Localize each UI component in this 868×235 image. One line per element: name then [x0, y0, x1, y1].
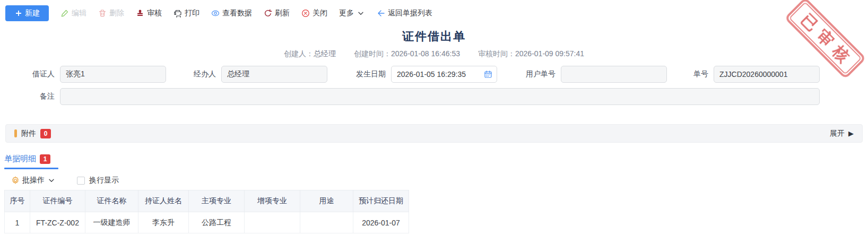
form-row-2: 备注 — [0, 88, 868, 105]
user-doc-no-input[interactable] — [561, 66, 667, 83]
remark-label: 备注 — [29, 92, 55, 101]
batch-operation-button[interactable]: 批操作 — [11, 176, 56, 185]
audited-time-value: 2026-01-09 09:57:41 — [515, 49, 584, 58]
new-button[interactable]: 新建 — [5, 5, 49, 21]
eye-icon — [211, 9, 220, 18]
attachment-header: 附件 0 — [14, 129, 51, 138]
col-header-seq: 序号 — [5, 190, 30, 212]
created-time-info: 创建时间：2026-01-08 16:46:53 — [354, 49, 460, 59]
col-header-cert-no: 证件编号 — [30, 190, 85, 212]
section-marker-icon — [14, 129, 17, 137]
cell-cert-name: 一级建造师 — [85, 212, 138, 233]
toolbar: 新建 编辑 删除 审核 打印 查看数据 刷新 关闭 — [0, 0, 868, 22]
batch-operation-label: 批操作 — [22, 176, 45, 185]
cell-extra-major — [245, 212, 300, 233]
created-time-value: 2026-01-08 16:46:53 — [391, 49, 460, 58]
remark-input[interactable] — [60, 88, 820, 105]
occur-date-input[interactable] — [391, 66, 497, 83]
page-title: 证件借出单 — [0, 29, 868, 45]
chevron-down-icon — [357, 9, 365, 18]
audit-button[interactable]: 审核 — [136, 8, 162, 18]
refresh-button[interactable]: 刷新 — [264, 8, 290, 18]
col-header-cert-name: 证件名称 — [85, 190, 138, 212]
back-to-list-button[interactable]: 返回单据列表 — [377, 8, 432, 18]
close-circle-icon — [301, 9, 310, 18]
audit-button-label: 审核 — [147, 8, 162, 18]
refresh-icon — [264, 9, 272, 18]
borrower-input[interactable] — [60, 66, 166, 83]
chevron-down-icon — [47, 176, 56, 185]
attachment-bar[interactable]: 附件 0 展开 ▶ — [5, 124, 863, 143]
audited-time-info: 审核时间：2026-01-09 09:57:41 — [478, 49, 584, 59]
delete-button[interactable]: 删除 — [98, 8, 124, 18]
active-tab-underline — [4, 168, 58, 169]
creator-value: 总经理 — [314, 49, 336, 58]
gear-icon — [11, 176, 20, 185]
user-doc-no-field-group: 用户单号 — [522, 66, 667, 83]
handler-field-group: 经办人 — [190, 66, 327, 83]
close-button[interactable]: 关闭 — [301, 8, 327, 18]
certificate-lending-page: 新建 编辑 删除 审核 打印 查看数据 刷新 关闭 — [0, 0, 868, 235]
doc-no-input[interactable] — [714, 66, 820, 83]
doc-no-label: 单号 — [691, 69, 708, 79]
cell-seq: 1 — [5, 212, 30, 233]
wrap-display-checkbox[interactable] — [77, 177, 85, 185]
occur-date-field-group: 发生日期 — [352, 66, 497, 83]
view-data-button-label: 查看数据 — [222, 8, 252, 18]
expand-toggle[interactable]: 展开 ▶ — [830, 129, 854, 138]
document-form: 借证人 经办人 发生日期 用户单号 单号 — [0, 66, 868, 105]
borrower-label: 借证人 — [29, 69, 55, 79]
occur-date-label: 发生日期 — [352, 69, 386, 79]
printer-icon — [173, 9, 182, 18]
cell-major: 公路工程 — [189, 212, 245, 233]
doc-meta: 创建人：总经理 创建时间：2026-01-08 16:46:53 审核时间：20… — [0, 49, 868, 59]
trash-icon — [98, 9, 107, 18]
occur-date-wrap — [391, 66, 497, 83]
col-header-holder: 持证人姓名 — [138, 190, 189, 212]
table-row[interactable]: 1 FT-ZC-Z-002 一级建造师 李东升 公路工程 2026-01-07 — [5, 212, 409, 233]
form-row-1: 借证人 经办人 发生日期 用户单号 单号 — [0, 66, 868, 83]
creator-info: 创建人：总经理 — [284, 49, 336, 59]
edit-button-label: 编辑 — [72, 8, 86, 18]
doc-no-field-group: 单号 — [691, 66, 820, 83]
calendar-icon[interactable] — [484, 70, 492, 79]
created-time-label: 创建时间： — [354, 49, 391, 58]
expand-label: 展开 — [830, 129, 845, 138]
cell-return-date: 2026-01-07 — [353, 212, 409, 233]
print-button[interactable]: 打印 — [173, 8, 199, 18]
batch-operation-row: 批操作 换行显示 — [0, 176, 868, 185]
edit-button[interactable]: 编辑 — [60, 8, 86, 18]
col-header-extra-major: 增项专业 — [245, 190, 300, 212]
table-header-row: 序号 证件编号 证件名称 持证人姓名 主项专业 增项专业 用途 预计归还日期 — [5, 190, 409, 212]
col-header-return-date: 预计归还日期 — [353, 190, 409, 212]
expand-triangle-icon: ▶ — [848, 129, 854, 137]
wrap-display-toggle[interactable]: 换行显示 — [77, 176, 119, 185]
attachment-count-badge: 0 — [40, 129, 51, 138]
borrower-field-group: 借证人 — [29, 66, 166, 83]
user-doc-no-label: 用户单号 — [522, 69, 555, 79]
tab-document-detail[interactable]: 单据明细 1 — [4, 154, 50, 164]
pencil-icon — [60, 9, 69, 18]
cell-cert-no: FT-ZC-Z-002 — [30, 212, 85, 233]
back-to-list-button-label: 返回单据列表 — [388, 8, 432, 18]
detail-count-badge: 1 — [40, 154, 50, 164]
stamp-icon — [136, 9, 144, 18]
new-button-label: 新建 — [25, 8, 40, 18]
col-header-purpose: 用途 — [300, 190, 353, 212]
more-button[interactable]: 更多 — [339, 8, 365, 18]
wrap-display-label: 换行显示 — [89, 176, 119, 185]
cell-holder: 李东升 — [138, 212, 189, 233]
handler-label: 经办人 — [190, 69, 216, 79]
col-header-major: 主项专业 — [189, 190, 245, 212]
delete-button-label: 删除 — [109, 8, 124, 18]
detail-table: 序号 证件编号 证件名称 持证人姓名 主项专业 增项专业 用途 预计归还日期 1… — [4, 190, 409, 233]
print-button-label: 打印 — [185, 8, 199, 18]
creator-label: 创建人： — [284, 49, 314, 58]
arrow-left-icon — [377, 9, 385, 18]
more-button-label: 更多 — [339, 8, 354, 18]
view-data-button[interactable]: 查看数据 — [211, 8, 252, 18]
close-button-label: 关闭 — [313, 8, 327, 18]
detail-tab-row: 单据明细 1 — [0, 154, 868, 169]
attachment-label: 附件 — [21, 129, 36, 138]
handler-input[interactable] — [221, 66, 327, 83]
